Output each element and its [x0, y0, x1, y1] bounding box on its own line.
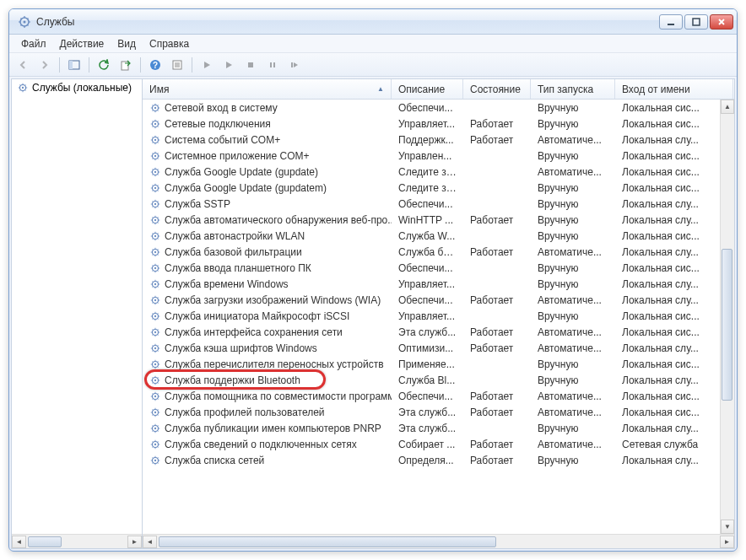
- service-row[interactable]: Служба инициатора Майкрософт iSCSIУправл…: [143, 308, 734, 324]
- service-row[interactable]: Служба профилей пользователейЭта служб..…: [143, 404, 734, 420]
- cell-logon: Локальная сис...: [615, 407, 733, 418]
- scroll-down-arrow-icon[interactable]: ▼: [721, 520, 734, 534]
- scroll-track[interactable]: [26, 536, 127, 548]
- cell-name: Служба базовой фильтрации: [143, 246, 392, 258]
- cell-description: Собирает ...: [392, 439, 463, 450]
- scroll-up-arrow-icon[interactable]: ▲: [721, 100, 734, 114]
- svg-rect-5: [69, 61, 73, 69]
- service-row[interactable]: Системное приложение COM+Управлен...Вруч…: [143, 148, 734, 164]
- export-button[interactable]: [116, 56, 136, 74]
- cell-logon: Локальная слу...: [615, 278, 733, 290]
- list-body[interactable]: Сетевой вход в системуОбеспечи...Вручную…: [143, 100, 734, 534]
- scroll-thumb[interactable]: [28, 536, 62, 547]
- svg-point-24: [154, 138, 156, 140]
- show-hide-tree-button[interactable]: [64, 56, 84, 74]
- scroll-right-arrow-icon[interactable]: ►: [720, 536, 734, 548]
- cell-name: Служба автонастройки WLAN: [143, 230, 392, 242]
- titlebar[interactable]: Службы: [9, 9, 737, 35]
- column-header-state[interactable]: Состояние: [463, 79, 531, 99]
- minimize-button[interactable]: [659, 14, 683, 30]
- service-row[interactable]: Служба ввода планшетного ПКОбеспечи...Вр…: [143, 260, 734, 276]
- cell-startup: Вручную: [531, 230, 615, 242]
- vscroll-thumb[interactable]: [722, 249, 732, 401]
- start-service-alt-button[interactable]: [219, 56, 239, 74]
- service-row[interactable]: Система событий COM+Поддержк...РаботаетА…: [143, 132, 734, 148]
- cell-name: Служба Google Update (gupdatem): [143, 182, 392, 194]
- cell-description: WinHTTP ...: [392, 214, 463, 226]
- scroll-right-arrow-icon[interactable]: ►: [127, 536, 142, 548]
- services-window: Службы Файл Действие Вид Справка ?: [8, 8, 738, 552]
- svg-point-44: [154, 299, 156, 300]
- service-gear-icon: [149, 262, 161, 274]
- service-row[interactable]: Служба списка сетейОпределя...РаботаетВр…: [143, 452, 734, 468]
- service-row[interactable]: Служба интерфейса сохранения сетиЭта слу…: [143, 324, 734, 340]
- service-row[interactable]: Служба базовой фильтрацииСлужба ба...Раб…: [143, 244, 734, 260]
- column-header-name[interactable]: Имя▲: [143, 79, 392, 99]
- service-row[interactable]: Служба SSTPОбеспечи...ВручнуюЛокальная с…: [143, 196, 734, 212]
- service-gear-icon: [149, 310, 161, 322]
- cell-startup: Вручную: [531, 182, 615, 194]
- service-row[interactable]: Служба Google Update (gupdatem)Следите з…: [143, 180, 734, 196]
- service-row[interactable]: Служба помощника по совместимости програ…: [143, 388, 734, 404]
- menu-file[interactable]: Файл: [14, 36, 53, 51]
- column-header-startup[interactable]: Тип запуска: [531, 79, 615, 99]
- vscroll-track[interactable]: [721, 114, 734, 520]
- properties-button[interactable]: [167, 56, 187, 74]
- service-row[interactable]: Служба автоматического обнаружения веб-п…: [143, 212, 734, 228]
- service-row[interactable]: Служба перечислителя переносных устройст…: [143, 356, 734, 372]
- column-header-logon[interactable]: Вход от имени: [615, 79, 733, 99]
- list-horizontal-scrollbar[interactable]: ◄ ►: [143, 534, 734, 548]
- service-row[interactable]: Сетевые подключенияУправляет...РаботаетВ…: [143, 116, 734, 132]
- back-button[interactable]: [13, 56, 33, 74]
- service-row[interactable]: Служба Google Update (gupdate)Следите за…: [143, 164, 734, 180]
- menu-view[interactable]: Вид: [111, 36, 143, 51]
- column-header-description[interactable]: Описание: [392, 79, 463, 99]
- service-gear-icon: [149, 230, 161, 242]
- menu-help[interactable]: Справка: [143, 36, 196, 51]
- cell-logon: Локальная слу...: [615, 214, 733, 226]
- pause-service-button[interactable]: [262, 56, 283, 74]
- toolbar: ?: [9, 53, 737, 77]
- cell-name: Служба перечислителя переносных устройст…: [143, 358, 392, 370]
- cell-logon: Локальная сис...: [615, 166, 733, 178]
- tree-horizontal-scrollbar[interactable]: ◄ ►: [12, 534, 142, 548]
- service-row[interactable]: Служба кэша шрифтов WindowsОптимизи...Ра…: [143, 340, 734, 356]
- cell-state: Работает: [463, 214, 531, 226]
- service-row[interactable]: Служба сведений о подключенных сетяхСоби…: [143, 436, 734, 452]
- refresh-button[interactable]: [94, 56, 114, 74]
- vertical-scrollbar[interactable]: ▲ ▼: [720, 100, 734, 534]
- scroll-left-arrow-icon[interactable]: ◄: [12, 536, 26, 548]
- tree-root-services[interactable]: Службы (локальные): [12, 79, 142, 96]
- cell-state: Работает: [463, 134, 531, 146]
- service-row[interactable]: Сетевой вход в системуОбеспечи...Вручную…: [143, 100, 734, 116]
- svg-point-28: [154, 170, 156, 172]
- forward-button[interactable]: [35, 56, 55, 74]
- scroll-track[interactable]: [157, 536, 720, 548]
- service-row[interactable]: Служба времени WindowsУправляет...Вручну…: [143, 276, 734, 292]
- start-service-button[interactable]: [197, 56, 217, 74]
- cell-startup: Вручную: [531, 198, 615, 210]
- stop-service-button[interactable]: [241, 56, 261, 74]
- service-gear-icon: [149, 374, 161, 386]
- cell-startup: Автоматиче...: [531, 439, 615, 450]
- cell-state: Работает: [463, 294, 531, 306]
- svg-point-48: [154, 331, 156, 332]
- cell-startup: Вручную: [531, 358, 615, 370]
- service-gear-icon: [149, 439, 161, 450]
- menu-action[interactable]: Действие: [53, 36, 111, 51]
- tree-panel: Службы (локальные) ◄ ►: [12, 79, 143, 548]
- maximize-button[interactable]: [684, 14, 708, 30]
- scroll-thumb[interactable]: [159, 536, 496, 547]
- close-button[interactable]: [710, 14, 733, 30]
- service-row[interactable]: Служба автонастройки WLANСлужба W...Вруч…: [143, 228, 734, 244]
- scroll-left-arrow-icon[interactable]: ◄: [143, 536, 157, 548]
- restart-service-button[interactable]: [284, 56, 305, 74]
- help-button[interactable]: ?: [145, 56, 165, 74]
- service-gear-icon: [149, 246, 161, 258]
- cell-logon: Локальная сис...: [615, 182, 733, 194]
- svg-rect-15: [273, 62, 275, 67]
- service-row[interactable]: Служба загрузки изображений Windows (WIA…: [143, 292, 734, 308]
- service-row[interactable]: Служба поддержки BluetoothСлужба Bl...Вр…: [143, 372, 734, 388]
- svg-rect-14: [270, 62, 272, 67]
- service-row[interactable]: Служба публикации имен компьютеров PNRPЭ…: [143, 420, 734, 436]
